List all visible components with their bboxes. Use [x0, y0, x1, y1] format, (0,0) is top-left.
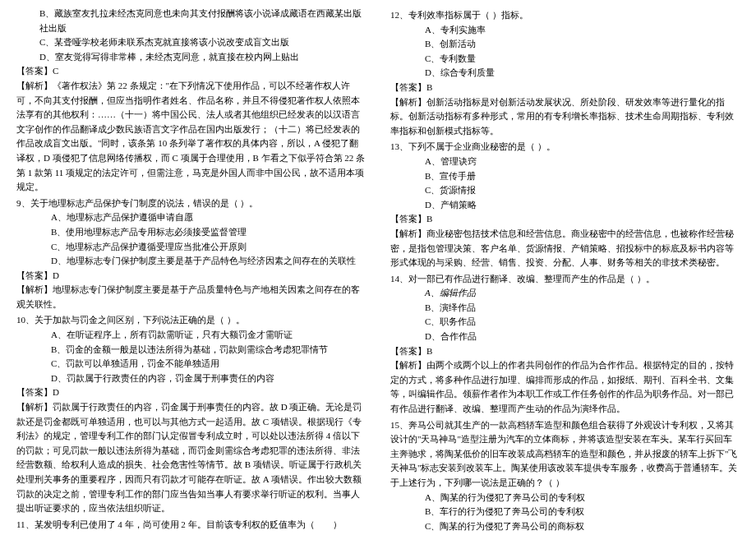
answer-13: 【答案】B [390, 212, 740, 227]
q10-option-d: D、罚款属于行政责任的内容，罚金属于刑事责任的内容 [16, 371, 366, 386]
q-option-d: D、室友觉得写得非常棒，未经杰克同意，就直接在校内网上贴出 [16, 50, 366, 65]
explanation-13: 【解析】商业秘密包括技术信息和经营信息。商业秘密中的经营信息，也被称作经营秘密，… [390, 227, 740, 270]
q14-option-c: C、职务作品 [390, 315, 740, 330]
answer-9: 【答案】D [16, 269, 366, 284]
question-12: 12、专利效率指标属于（ ）指标。 [390, 8, 740, 23]
explanation-12: 【解析】创新活动指标是对创新活动发展状况、所处阶段、研发效率等进行量化的指标。创… [390, 95, 740, 139]
q9-option-c: C、地理标志产品保护遵循受理应当批准公开原则 [16, 240, 366, 255]
q10-option-b: B、罚金的金额一般是以违法所得为基础，罚款则需综合考虑犯罪情节 [16, 343, 366, 357]
q15-option-a: A、陶某的行为侵犯了奔马公司的专利权 [390, 491, 740, 505]
q14-option-d: D、合作作品 [390, 330, 740, 344]
explanation-14: 【解析】由两个或两个以上的作者共同创作的作品为合作作品。根据特定的目的，按特定的… [390, 358, 740, 416]
q9-option-a: A、地理标志产品保护遵循申请自愿 [16, 210, 366, 225]
explanation-text: 【解析】《著作权法》第 22 条规定："在下列情况下使用作品，可以不经著作权人许… [16, 79, 366, 195]
q14-option-b: B、演绎作品 [390, 301, 740, 316]
right-column: 12、专利效率指标属于（ ）指标。 A、专利实施率 B、创新活动 C、专利数量 … [390, 7, 740, 535]
answer-12: 【答案】B [390, 81, 740, 95]
answer-label: 【答案】C [16, 64, 366, 79]
question-14: 14、对一部已有作品进行翻译、改编、整理而产生的作品是（ ）。 [390, 272, 740, 287]
explanation-9: 【解析】地理标志专门保护制度主要是基于产品质量特色与产地相关因素之间存在的客观关… [16, 283, 366, 311]
q11-option-a: A、66.7% [16, 532, 366, 535]
q9-option-b: B、使用地理标志产品专用标志必须接受监督管理 [16, 225, 366, 240]
q12-option-b: B、创新活动 [390, 37, 740, 52]
q-option-c: C、某聋哑学校老师未联系杰克就直接将该小说改变成盲文出版 [16, 35, 366, 50]
q13-option-b: B、宣传手册 [390, 169, 740, 184]
answer-10: 【答案】D [16, 385, 366, 400]
q15-option-b: B、车行的行为侵犯了奔马公司的专利权 [390, 505, 740, 519]
q15-option-c: C、陶某的行为侵犯了奔马公司的商标权 [390, 519, 740, 534]
q12-option-d: D、综合专利质量 [390, 66, 740, 81]
answer-14: 【答案】B [390, 344, 740, 359]
left-column: B、藏族室友扎拉未经杰克同意也未向其支付报酬将该小说译成藏语在西藏某出版社出版 … [16, 7, 366, 535]
question-9: 9、关于地理标志产品保护专门制度的说法，错误的是（ ）。 [16, 196, 366, 211]
question-15: 15、奔马公司就其生产的一款高档轿车造型和颜色组合获得了外观设计专利权，又将其设… [390, 418, 740, 491]
q14-option-a: A、编辑作品 [390, 286, 740, 301]
q10-option-a: A、在听证程序上，所有罚款需听证，只有大额罚金才需听证 [16, 328, 366, 343]
question-10: 10、关于加款与罚金之间区别，下列说法正确的是（ ）。 [16, 313, 366, 328]
q13-option-a: A、管理诀窍 [390, 155, 740, 169]
question-13: 13、下列不属于企业商业秘密的是（ ）。 [390, 140, 740, 155]
q13-option-d: D、产销策略 [390, 198, 740, 213]
q10-option-c: C、罚款可以单独适用，罚金不能单独适用 [16, 357, 366, 371]
explanation-10: 【解析】罚款属于行政责任的内容，罚金属于刑事责任的内容。故 D 项正确。无论是罚… [16, 400, 366, 516]
q12-option-a: A、专利实施率 [390, 23, 740, 38]
question-11: 11、某发明专利已使用了 4 年，尚可使用 2 年。目前该专利权的贬值率为（ ） [16, 518, 366, 533]
q12-option-c: C、专利数量 [390, 52, 740, 67]
q-option-b: B、藏族室友扎拉未经杰克同意也未向其支付报酬将该小说译成藏语在西藏某出版社出版 [16, 7, 366, 35]
q9-option-d: D、地理标志专门保护制度主要是基于产品特色与经济因素之间存在的关联性 [16, 254, 366, 269]
q13-option-c: C、货源情报 [390, 183, 740, 198]
